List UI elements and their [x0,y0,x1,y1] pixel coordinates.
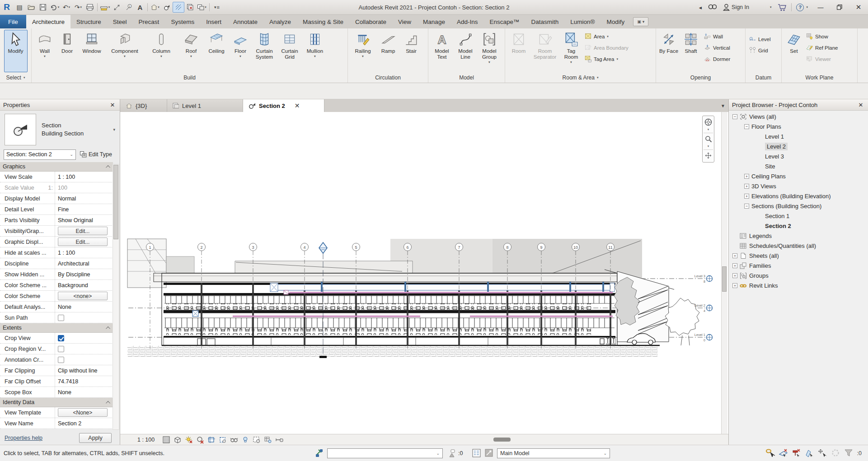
tab-massing-site[interactable]: Massing & Site [297,15,349,28]
group-header-graphics[interactable]: Graphics [0,162,113,172]
tab-manage[interactable]: Manage [417,15,451,28]
property-row[interactable]: Graphic Displ...Edit... [0,237,113,247]
tab-file[interactable]: File [0,15,26,28]
measure-icon[interactable]: ▾ [99,2,111,13]
close-hidden-windows-icon[interactable] [184,2,196,13]
tab-architecture[interactable]: Architecture [26,15,70,28]
tree-item-ceiling-plans[interactable]: +Ceiling Plans [729,171,868,181]
tag-room-button[interactable]: Tag Room▾ [559,30,583,72]
expand-icon[interactable]: + [744,194,749,199]
tag-area-button[interactable]: Tag Area▾ [583,53,651,65]
by-face-button[interactable]: By Face [658,30,680,72]
app-store-icon[interactable] [774,0,790,14]
ramp-button[interactable]: Ramp [376,30,400,72]
undo-icon[interactable]: ↶▾ [61,2,72,13]
property-row[interactable]: Sun Path [0,312,113,323]
tab-view[interactable]: View [392,15,417,28]
wall-opening-button[interactable]: Wall [702,31,742,42]
canvas-vertical-scrollbar[interactable] [721,112,727,434]
roof-button[interactable]: Roof▾ [178,30,204,72]
tab-enscape[interactable]: Enscape™ [483,15,525,28]
tree-item-schedules[interactable]: Schedules/Quantities (all) [729,241,868,251]
temporary-hide-isolate-icon[interactable] [230,436,238,444]
property-row[interactable]: View Scale1 : 100 [0,172,113,182]
tab-analyze[interactable]: Analyze [263,15,297,28]
shaft-button[interactable]: Shaft [680,30,702,72]
close-icon[interactable]: ✕ [857,102,865,108]
ribbon-display-toggle[interactable]: ▣▾ [633,17,648,26]
navbar-dropdown-icon[interactable]: ▾ [708,128,709,131]
text-icon[interactable]: A [134,2,146,13]
property-row[interactable]: Crop Region V... [0,344,113,354]
type-dropdown-icon[interactable]: ▾ [113,127,116,132]
signin-dropdown-icon[interactable]: ▾ [770,5,772,9]
sync-icon[interactable]: ▾ [49,2,61,13]
select-by-face-icon[interactable] [805,448,814,458]
detail-level-icon[interactable] [162,436,170,444]
panel-label-select[interactable]: Select▾ [0,73,31,83]
reveal-hidden-icon[interactable] [241,436,249,444]
property-row[interactable]: Crop View [0,333,113,344]
ceiling-button[interactable]: Ceiling [204,30,229,72]
type-combo[interactable]: Section: Section 2⌄ [4,149,76,160]
print-icon[interactable] [84,2,96,13]
steering-wheel-icon[interactable] [704,118,713,126]
properties-scrollbar[interactable] [113,164,119,430]
tree-item-level-3[interactable]: Level 3 [729,151,868,161]
tree-item-level-2[interactable]: Level 2 [729,141,868,151]
tree-item-views[interactable]: −Views (all) [729,112,868,121]
vertical-opening-button[interactable]: Vertical [702,42,742,53]
filter-icon[interactable] [844,448,854,458]
model-line-button[interactable]: Model Line [454,30,477,72]
tree-item-elevations[interactable]: +Elevations (Building Elevation) [729,191,868,201]
view-template-button[interactable]: <None> [58,408,108,417]
window-button[interactable]: Window [78,30,105,72]
aligned-dimension-icon[interactable] [111,2,122,13]
design-option-combo[interactable]: Main Model⌄ [497,448,610,458]
sun-path-checkbox[interactable] [58,315,64,321]
constraints-icon[interactable] [275,436,283,444]
panel-label-datum[interactable]: Datum [746,73,781,83]
background-processes-icon[interactable] [831,448,840,458]
tree-item-3d-views[interactable]: +3D Views [729,181,868,191]
curtain-grid-button[interactable]: Curtain Grid [277,30,302,72]
crop-region-visible-checkbox[interactable] [58,346,64,352]
view-tab-level-1[interactable]: Level 1 [167,99,243,112]
view-tab-section-2[interactable]: Section 2 ✕ [243,99,324,112]
tree-item-level-1[interactable]: Level 1 [729,131,868,141]
drag-on-selection-icon[interactable] [818,448,827,458]
scrollbar-thumb[interactable] [113,165,118,239]
property-row[interactable]: View NameSection 2 [0,418,113,429]
tree-item-section-2[interactable]: Section 2 [729,221,868,231]
tab-precast[interactable]: Precast [133,15,165,28]
expand-icon[interactable]: + [744,174,749,179]
tab-structure[interactable]: Structure [70,15,107,28]
expand-icon[interactable]: + [732,273,737,278]
tab-addins[interactable]: Add-Ins [451,15,484,28]
window-menu-icon[interactable]: ▤ [14,2,25,13]
revit-logo[interactable]: R [0,2,14,12]
tab-annotate[interactable]: Annotate [227,15,263,28]
thin-lines-icon[interactable] [173,2,184,13]
close-view-icon[interactable]: ✕ [295,102,300,109]
area-button[interactable]: Area▾ [583,31,651,42]
wall-button[interactable]: Wall▾ [33,30,56,72]
level-button[interactable]: Level [747,33,779,45]
shadows-icon[interactable] [196,436,204,444]
sun-path-icon[interactable] [185,436,193,444]
set-button[interactable]: Set [784,30,804,72]
component-button[interactable]: Component▾ [105,30,144,72]
select-links-icon[interactable] [765,448,775,458]
annotation-crop-checkbox[interactable] [58,357,64,363]
type-selector[interactable]: Section Building Section ▾ [0,111,120,149]
color-scheme-button[interactable]: <none> [58,292,108,300]
editable-only-icon[interactable] [447,448,457,458]
visual-style-icon[interactable] [174,436,182,444]
stair-button[interactable]: Stair [400,30,422,72]
show-crop-region-icon[interactable] [219,436,227,444]
zoom-dropdown-icon[interactable]: ▾ [708,144,709,148]
expand-icon[interactable]: + [732,253,737,258]
property-row[interactable]: Display ModelNormal [0,193,113,204]
collapse-infocenter-icon[interactable]: ◂ [696,0,705,14]
section-drawing[interactable]: 1 2 3 4 5 6 7 8 9 10 11 Level 3 8 [120,112,721,434]
